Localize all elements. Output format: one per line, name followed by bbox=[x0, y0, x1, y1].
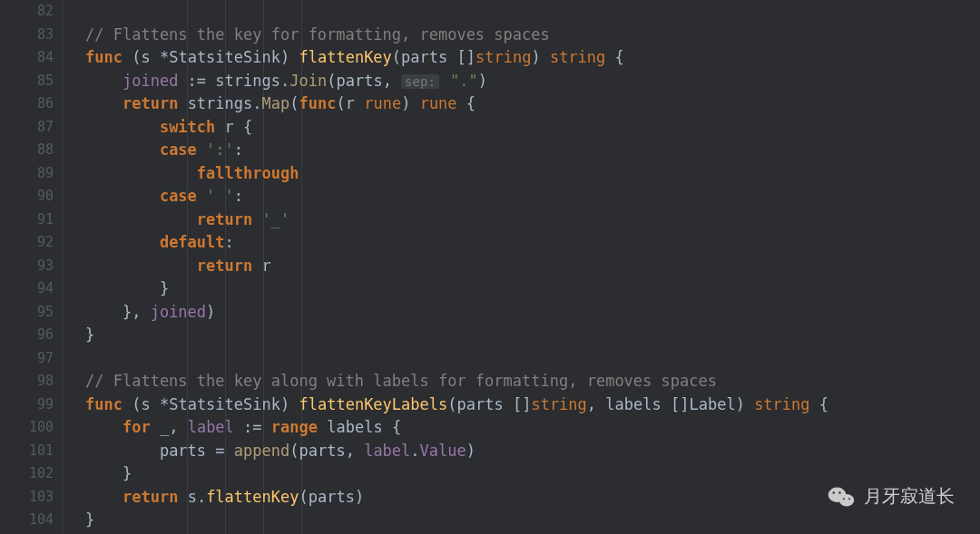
code-token bbox=[178, 488, 187, 506]
code-token: ( bbox=[122, 395, 141, 413]
code-token: Map bbox=[262, 94, 290, 112]
code-line[interactable]: } bbox=[85, 324, 980, 347]
code-token: append bbox=[234, 442, 289, 460]
code-token: { bbox=[234, 118, 252, 136]
code-token: } bbox=[85, 279, 169, 297]
code-token: ) bbox=[206, 303, 215, 321]
code-token: sep: bbox=[401, 74, 439, 89]
code-token bbox=[85, 233, 160, 251]
code-token: flattenKeyLabels bbox=[299, 395, 447, 413]
code-token: string bbox=[550, 48, 605, 66]
line-number: 84 bbox=[0, 46, 54, 70]
code-token: ( bbox=[289, 442, 299, 460]
code-token: . bbox=[197, 488, 206, 506]
code-token: . bbox=[280, 72, 289, 90]
code-token: parts bbox=[401, 48, 447, 66]
code-token: ) bbox=[280, 48, 299, 66]
code-token: '_' bbox=[262, 210, 290, 228]
code-token: := bbox=[178, 72, 215, 90]
code-token: return bbox=[197, 257, 252, 275]
code-token: _ bbox=[160, 418, 169, 436]
code-line[interactable]: func (s *StatsiteSink) flattenKeyLabels(… bbox=[85, 393, 980, 417]
code-token: // Flattens the key for formatting, remo… bbox=[85, 25, 550, 44]
code-token: label bbox=[364, 442, 410, 460]
code-token: joined bbox=[151, 303, 206, 321]
code-line[interactable]: case ' ': bbox=[85, 185, 980, 209]
code-area[interactable]: // Flattens the key for formatting, remo… bbox=[64, 0, 980, 534]
code-line[interactable]: return strings.Map(func(r rune) rune { bbox=[85, 92, 980, 116]
code-token: parts bbox=[160, 442, 206, 460]
line-number: 87 bbox=[0, 116, 54, 140]
code-token: := bbox=[234, 418, 271, 436]
code-token: labels bbox=[327, 418, 382, 436]
code-token: label bbox=[188, 418, 234, 436]
code-token: // Flattens the key along with labels fo… bbox=[85, 372, 717, 390]
code-line[interactable]: default: bbox=[85, 231, 980, 255]
code-token: } bbox=[85, 325, 94, 344]
code-line[interactable]: return r bbox=[85, 255, 980, 278]
code-line[interactable]: }, joined) bbox=[85, 301, 980, 325]
code-token: : bbox=[234, 187, 243, 205]
code-token: rune bbox=[364, 94, 401, 112]
code-line[interactable]: return s.flattenKey(parts) bbox=[85, 486, 980, 510]
code-line[interactable]: // Flattens the key along with labels fo… bbox=[85, 370, 980, 393]
code-token: , bbox=[587, 395, 605, 413]
code-line[interactable]: } bbox=[85, 509, 980, 532]
line-number: 101 bbox=[0, 440, 54, 463]
code-token bbox=[441, 72, 450, 90]
code-token: parts bbox=[457, 395, 504, 413]
code-token: : bbox=[225, 233, 234, 251]
code-line[interactable]: joined := strings.Join(parts, sep: ".") bbox=[85, 70, 980, 93]
code-token: func bbox=[299, 94, 337, 112]
line-number-gutter: 8283848586878889909192939495969798991001… bbox=[0, 0, 64, 534]
code-token bbox=[151, 418, 160, 436]
code-line[interactable] bbox=[85, 347, 980, 371]
code-token: ) bbox=[466, 442, 475, 460]
code-token bbox=[252, 257, 261, 275]
code-line[interactable]: // Flattens the key for formatting, remo… bbox=[85, 24, 980, 47]
code-token: Label bbox=[689, 395, 735, 413]
line-number: 93 bbox=[0, 255, 54, 278]
code-token: , bbox=[383, 72, 401, 90]
line-number: 104 bbox=[0, 509, 54, 532]
code-line[interactable]: fallthrough bbox=[85, 162, 980, 186]
code-line[interactable]: } bbox=[85, 277, 980, 301]
code-token: r bbox=[225, 118, 234, 136]
code-token: ( bbox=[336, 94, 345, 112]
line-number: 99 bbox=[0, 393, 54, 417]
code-line[interactable] bbox=[85, 0, 980, 24]
code-token: [] bbox=[504, 395, 532, 413]
code-token: parts bbox=[299, 442, 345, 460]
code-token: parts bbox=[336, 72, 382, 90]
code-token: "." bbox=[450, 72, 478, 90]
code-token: * bbox=[151, 395, 169, 413]
code-token bbox=[85, 118, 160, 136]
code-editor[interactable]: 8283848586878889909192939495969798991001… bbox=[0, 0, 980, 534]
code-token: { bbox=[810, 395, 828, 413]
code-token: ':' bbox=[206, 141, 234, 159]
code-line[interactable]: parts = append(parts, label.Value) bbox=[85, 440, 980, 463]
code-token: StatsiteSink bbox=[169, 395, 280, 413]
code-line[interactable]: case ':': bbox=[85, 139, 980, 162]
code-token: strings bbox=[188, 94, 253, 112]
code-token: ' ' bbox=[206, 187, 234, 205]
code-token bbox=[85, 442, 160, 460]
code-token: string bbox=[531, 395, 586, 413]
code-token: for bbox=[122, 418, 151, 436]
code-token: s bbox=[188, 488, 197, 506]
line-number: 82 bbox=[0, 0, 54, 24]
code-token: } bbox=[85, 510, 94, 529]
code-token: joined bbox=[122, 72, 178, 90]
code-line[interactable]: switch r { bbox=[85, 116, 980, 140]
code-line[interactable]: } bbox=[85, 462, 980, 486]
code-token: } bbox=[85, 464, 132, 482]
line-number: 97 bbox=[0, 347, 54, 371]
line-number: 94 bbox=[0, 277, 54, 301]
code-token: ) bbox=[531, 48, 549, 66]
code-line[interactable]: func (s *StatsiteSink) flattenKey(parts … bbox=[85, 46, 980, 70]
code-token: fallthrough bbox=[197, 164, 299, 182]
line-number: 98 bbox=[0, 370, 54, 393]
code-token: = bbox=[206, 442, 234, 460]
code-line[interactable]: return '_' bbox=[85, 209, 980, 232]
code-line[interactable]: for _, label := range labels { bbox=[85, 416, 980, 440]
